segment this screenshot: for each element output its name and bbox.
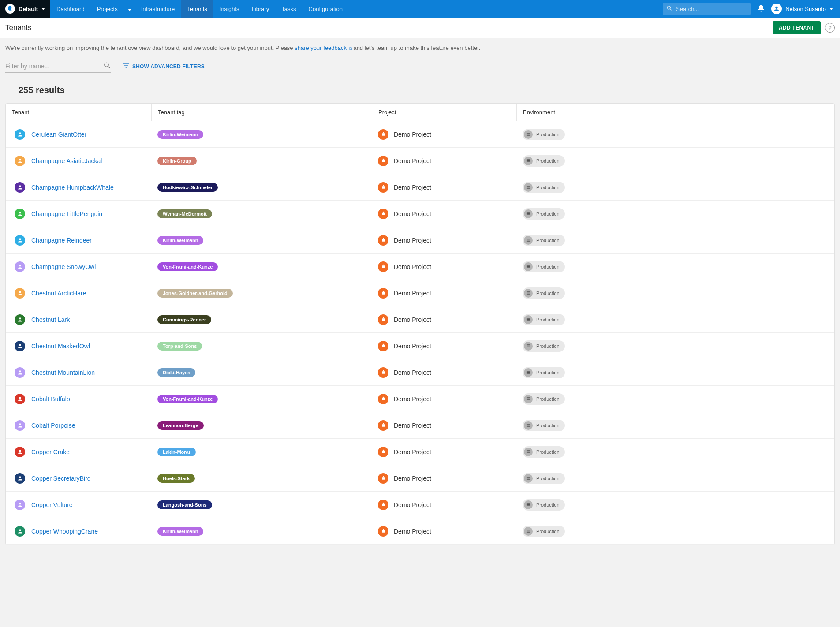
projects-dropdown[interactable] <box>124 5 135 12</box>
external-link-icon: ⧉ <box>347 46 352 51</box>
environment-chip[interactable]: Production <box>523 155 565 167</box>
environment-chip[interactable]: Production <box>523 526 565 537</box>
space-name: Default <box>19 6 38 12</box>
tenant-link[interactable]: Copper WhoopingCrane <box>31 528 98 535</box>
space-switcher[interactable]: Default <box>0 0 50 18</box>
tenant-tag-pill[interactable]: Kirlin-Weimann <box>157 527 203 536</box>
filter-by-name-input[interactable] <box>5 60 111 72</box>
environment-icon <box>524 157 533 165</box>
tenant-tag-pill[interactable]: Hodkiewicz-Schmeler <box>157 183 218 192</box>
environment-chip[interactable]: Production <box>523 473 565 484</box>
tenant-link[interactable]: Champagne AsiaticJackal <box>31 157 102 164</box>
tenant-link[interactable]: Chestnut Lark <box>31 316 70 323</box>
environment-chip[interactable]: Production <box>523 287 565 299</box>
environment-label: Production <box>536 396 560 402</box>
svg-point-73 <box>19 476 21 478</box>
tenant-tag-pill[interactable]: Kirlin-Weimann <box>157 130 203 139</box>
environment-chip[interactable]: Production <box>523 499 565 511</box>
nav-dashboard[interactable]: Dashboard <box>50 0 91 18</box>
svg-rect-39 <box>382 292 385 294</box>
svg-point-3 <box>105 63 108 67</box>
tenant-link[interactable]: Cerulean GiantOtter <box>31 131 86 138</box>
project-name: Demo Project <box>394 184 431 191</box>
environment-chip[interactable]: Production <box>523 367 565 378</box>
tenant-avatar-icon <box>15 341 25 351</box>
svg-point-78 <box>19 503 21 504</box>
environment-icon <box>524 500 533 509</box>
svg-rect-37 <box>526 267 530 268</box>
table-row: Cobalt PorpoiseLeannon-BergeDemo Project… <box>6 412 834 439</box>
environment-chip[interactable]: Production <box>523 314 565 325</box>
project-name: Demo Project <box>394 422 431 429</box>
svg-rect-22 <box>526 188 530 188</box>
tenant-tag-pill[interactable]: Lakin-Morar <box>157 448 196 456</box>
svg-rect-64 <box>382 424 385 426</box>
environment-chip[interactable]: Production <box>523 208 565 220</box>
svg-point-18 <box>19 185 21 187</box>
environment-chip[interactable]: Production <box>523 235 565 246</box>
environment-chip[interactable]: Production <box>523 129 565 140</box>
svg-point-58 <box>19 397 21 399</box>
table-row: Champagne SnowyOwlVon-Frami-and-KunzeDem… <box>6 254 834 280</box>
nav-insights[interactable]: Insights <box>213 0 246 18</box>
help-icon[interactable]: ? <box>825 23 835 33</box>
tenant-tag-pill[interactable]: Kirlin-Group <box>157 157 197 165</box>
tenant-link[interactable]: Champagne SnowyOwl <box>31 263 96 270</box>
nav-infrastructure[interactable]: Infrastructure <box>135 0 181 18</box>
environment-chip[interactable]: Production <box>523 446 565 458</box>
environment-label: Production <box>536 211 560 216</box>
project-icon <box>378 341 388 351</box>
environment-icon <box>524 183 533 192</box>
tenant-link[interactable]: Champagne LittlePenguin <box>31 210 102 217</box>
nav-configuration[interactable]: Configuration <box>302 0 349 18</box>
show-advanced-filters-button[interactable]: SHOW ADVANCED FILTERS <box>123 62 205 71</box>
svg-rect-67 <box>526 426 530 426</box>
project-icon <box>378 209 388 219</box>
tenant-link[interactable]: Champagne Reindeer <box>31 237 92 244</box>
project-name: Demo Project <box>394 263 431 270</box>
tenant-tag-pill[interactable]: Wyman-McDermott <box>157 209 212 218</box>
environment-chip[interactable]: Production <box>523 420 565 431</box>
environment-icon <box>524 527 533 536</box>
tenant-link[interactable]: Chestnut MountainLion <box>31 369 95 376</box>
top-nav-bar: Default Dashboard Projects Infrastructur… <box>0 0 840 18</box>
tenant-tag-pill[interactable]: Von-Frami-and-Kunze <box>157 395 218 403</box>
svg-rect-71 <box>526 452 530 452</box>
environment-chip[interactable]: Production <box>523 393 565 405</box>
svg-rect-57 <box>526 373 530 373</box>
tenant-link[interactable]: Copper SecretaryBird <box>31 475 91 482</box>
project-name: Demo Project <box>394 131 431 138</box>
tenant-link[interactable]: Cobalt Buffalo <box>31 396 70 403</box>
tenant-tag-pill[interactable]: Huels-Stark <box>157 474 195 483</box>
environment-chip[interactable]: Production <box>523 182 565 193</box>
tenant-tag-pill[interactable]: Leannon-Berge <box>157 421 204 430</box>
environment-chip[interactable]: Production <box>523 261 565 272</box>
tenant-tag-pill[interactable]: Kirlin-Weimann <box>157 236 203 245</box>
tenant-tag-pill[interactable]: Von-Frami-and-Kunze <box>157 262 218 271</box>
nav-tasks[interactable]: Tasks <box>275 0 302 18</box>
nav-projects[interactable]: Projects <box>91 0 124 18</box>
notifications-icon[interactable] <box>757 4 765 14</box>
svg-rect-59 <box>382 398 385 400</box>
nav-library[interactable]: Library <box>246 0 276 18</box>
tenant-link[interactable]: Cobalt Porpoise <box>31 422 75 429</box>
tenant-link[interactable]: Copper Crake <box>31 448 70 455</box>
environment-chip[interactable]: Production <box>523 340 565 352</box>
tenant-tag-pill[interactable]: Torp-and-Sons <box>157 342 202 351</box>
tenant-tag-pill[interactable]: Dicki-Hayes <box>157 368 195 377</box>
global-search-input[interactable] <box>663 3 751 15</box>
tenant-tag-pill[interactable]: Langosh-and-Sons <box>157 500 212 509</box>
user-menu[interactable]: Nelson Susanto <box>771 4 833 14</box>
tenant-link[interactable]: Copper Vulture <box>31 501 73 508</box>
tenant-link[interactable]: Chestnut MaskedOwl <box>31 343 90 350</box>
tenant-tag-pill[interactable]: Jones-Goldner-and-Gerhold <box>157 289 233 298</box>
nav-tenants[interactable]: Tenants <box>181 0 213 18</box>
tenant-avatar-icon <box>15 235 25 246</box>
add-tenant-button[interactable]: ADD TENANT <box>773 21 821 34</box>
tenant-link[interactable]: Chestnut ArcticHare <box>31 290 86 297</box>
project-name: Demo Project <box>394 528 431 535</box>
tenant-tag-pill[interactable]: Cummings-Renner <box>157 315 211 324</box>
tenant-link[interactable]: Champagne HumpbackWhale <box>31 184 114 191</box>
share-feedback-link[interactable]: share your feedback ⧉ <box>295 45 352 51</box>
search-icon[interactable] <box>103 62 111 71</box>
